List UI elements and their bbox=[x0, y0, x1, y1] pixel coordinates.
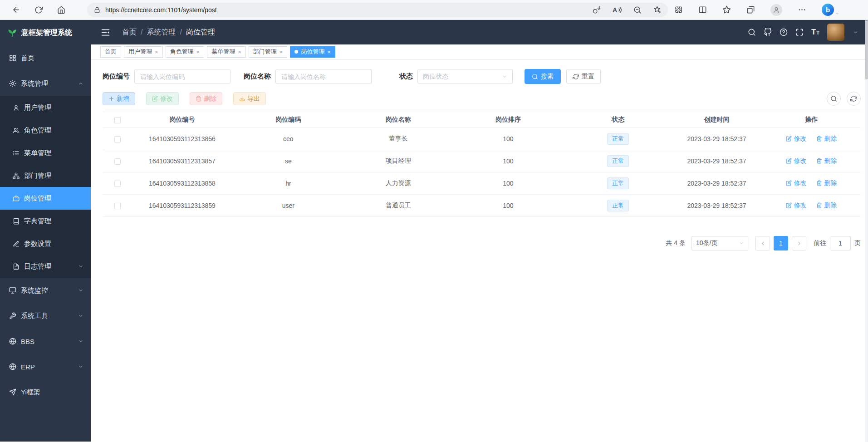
reset-button[interactable]: 重置 bbox=[566, 69, 601, 84]
browser-profile-icon[interactable] bbox=[770, 4, 782, 16]
next-page-button[interactable] bbox=[792, 236, 806, 250]
row-edit-link[interactable]: 修改 bbox=[786, 201, 806, 210]
bing-discover-button[interactable]: b bbox=[822, 4, 839, 16]
breadcrumb-system-management[interactable]: 系统管理 bbox=[147, 28, 176, 37]
sidebar-item-user-management[interactable]: 用户管理 bbox=[0, 96, 91, 119]
scrollbar[interactable] bbox=[865, 20, 868, 442]
browser-refresh-button[interactable] bbox=[31, 3, 46, 17]
chevron-down-icon[interactable] bbox=[835, 11, 839, 16]
row-checkbox[interactable] bbox=[114, 181, 121, 187]
tab-menu-management[interactable]: 菜单管理 × bbox=[207, 46, 246, 58]
sidebar-item-dictionary-management[interactable]: 字典管理 bbox=[0, 210, 91, 232]
status-select[interactable]: 岗位状态 bbox=[417, 69, 513, 84]
close-icon[interactable]: × bbox=[238, 49, 241, 55]
row-edit-link[interactable]: 修改 bbox=[786, 135, 806, 143]
sidebar-fold-button[interactable] bbox=[101, 28, 110, 37]
post-name-input[interactable] bbox=[275, 69, 372, 84]
url-text[interactable]: https://ccnetcore.com:1101/system/post bbox=[105, 6, 217, 14]
wrench-icon bbox=[9, 312, 16, 319]
row-delete-link[interactable]: 删除 bbox=[816, 157, 837, 165]
gear-icon bbox=[9, 80, 16, 87]
github-icon[interactable] bbox=[764, 28, 772, 36]
sidebar-item-log-management[interactable]: 日志管理 bbox=[0, 255, 91, 278]
search-icon[interactable] bbox=[748, 28, 756, 36]
row-delete-link[interactable]: 删除 bbox=[816, 201, 837, 210]
read-aloud-icon[interactable]: A bbox=[613, 6, 622, 14]
search-icon bbox=[532, 74, 538, 80]
sidebar-item-yi-framework[interactable]: Yi框架 bbox=[0, 379, 91, 405]
select-all-checkbox[interactable] bbox=[114, 117, 121, 123]
user-avatar[interactable] bbox=[827, 24, 844, 41]
sidebar-item-role-management[interactable]: 角色管理 bbox=[0, 119, 91, 142]
sidebar-item-home[interactable]: 首页 bbox=[0, 45, 91, 71]
post-code-input[interactable] bbox=[134, 69, 230, 84]
font-size-icon[interactable]: T T bbox=[811, 28, 819, 37]
pagination: 共 4 条 10条/页 1 前往 页 bbox=[103, 236, 861, 250]
row-checkbox[interactable] bbox=[114, 158, 121, 165]
extensions-icon[interactable] bbox=[674, 5, 683, 14]
row-delete-link[interactable]: 删除 bbox=[816, 179, 837, 187]
refresh-table-button[interactable] bbox=[847, 92, 861, 106]
row-checkbox[interactable] bbox=[114, 136, 121, 142]
sidebar-item-parameter-settings[interactable]: 参数设置 bbox=[0, 232, 91, 255]
sidebar-item-system-tools[interactable]: 系统工具 bbox=[0, 303, 91, 329]
chevron-down-icon bbox=[502, 74, 507, 79]
goto-page-input[interactable] bbox=[830, 236, 851, 250]
key-icon[interactable] bbox=[593, 6, 601, 14]
app-title: 意框架管理系统 bbox=[21, 28, 72, 38]
split-screen-icon[interactable] bbox=[698, 5, 707, 14]
avatar-chevron-down-icon[interactable] bbox=[853, 28, 858, 36]
tab-home[interactable]: 首页 bbox=[100, 46, 121, 58]
book-icon bbox=[13, 218, 20, 225]
close-icon[interactable]: × bbox=[155, 49, 158, 55]
page-size-select[interactable]: 10条/页 bbox=[691, 236, 749, 250]
sidebar-item-menu-management[interactable]: 菜单管理 bbox=[0, 142, 91, 164]
sidebar-item-label: 日志管理 bbox=[24, 262, 51, 271]
sidebar-item-erp[interactable]: ERP bbox=[0, 354, 91, 379]
tab-post-management[interactable]: 岗位管理 × bbox=[290, 46, 335, 58]
scrollbar-thumb[interactable] bbox=[865, 20, 868, 79]
show-search-toggle-button[interactable] bbox=[827, 92, 841, 106]
add-button[interactable]: 新增 bbox=[103, 92, 135, 105]
tab-role-management[interactable]: 角色管理 × bbox=[166, 46, 205, 58]
site-security-icon[interactable] bbox=[93, 6, 101, 14]
address-bar[interactable]: https://ccnetcore.com:1101/system/post A bbox=[87, 3, 668, 17]
close-icon[interactable]: × bbox=[327, 49, 331, 55]
breadcrumb-home[interactable]: 首页 bbox=[122, 28, 137, 37]
bing-icon[interactable]: b bbox=[822, 4, 834, 16]
page-number-1[interactable]: 1 bbox=[774, 236, 788, 250]
sidebar-item-department-management[interactable]: 部门管理 bbox=[0, 164, 91, 187]
delete-button[interactable]: 删除 bbox=[190, 92, 222, 105]
row-edit-link[interactable]: 修改 bbox=[786, 157, 806, 165]
zoom-out-icon[interactable] bbox=[633, 6, 642, 14]
collections-icon[interactable] bbox=[746, 5, 755, 14]
row-checkbox[interactable] bbox=[114, 203, 121, 209]
browser-back-button[interactable] bbox=[8, 3, 24, 17]
close-icon[interactable]: × bbox=[280, 49, 283, 55]
row-edit-link[interactable]: 修改 bbox=[786, 179, 806, 187]
sidebar-item-label: 部门管理 bbox=[24, 172, 51, 180]
close-icon[interactable]: × bbox=[196, 49, 200, 55]
sidebar-item-system-management[interactable]: 系统管理 bbox=[0, 71, 91, 96]
sidebar-item-label: 参数设置 bbox=[24, 240, 51, 248]
browser-home-button[interactable] bbox=[54, 3, 69, 17]
export-button[interactable]: 导出 bbox=[233, 92, 266, 105]
help-icon[interactable] bbox=[780, 28, 788, 36]
tab-user-management[interactable]: 用户管理 × bbox=[124, 46, 163, 58]
sidebar-item-bbs[interactable]: BBS bbox=[0, 329, 91, 354]
trash-icon bbox=[816, 202, 822, 208]
post-name-cell: 普通员工 bbox=[345, 195, 451, 217]
favorites-bar-icon[interactable] bbox=[722, 5, 731, 14]
search-button[interactable]: 搜索 bbox=[525, 69, 561, 84]
edit-button[interactable]: 修改 bbox=[146, 92, 179, 105]
status-badge: 正常 bbox=[607, 200, 629, 211]
prev-page-button[interactable] bbox=[755, 236, 770, 250]
fullscreen-icon[interactable] bbox=[795, 28, 804, 36]
row-delete-link[interactable]: 删除 bbox=[816, 135, 837, 143]
sidebar-item-system-monitoring[interactable]: 系统监控 bbox=[0, 278, 91, 303]
app-logo[interactable]: 意框架管理系统 bbox=[0, 20, 91, 45]
settings-more-icon[interactable] bbox=[798, 5, 806, 14]
tab-department-management[interactable]: 部门管理 × bbox=[249, 46, 288, 58]
favorites-add-icon[interactable] bbox=[653, 6, 662, 14]
sidebar-item-post-management[interactable]: 岗位管理 bbox=[0, 187, 91, 210]
